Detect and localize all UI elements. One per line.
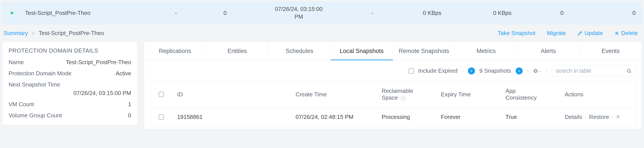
- pd-col6: 0 KBps: [397, 10, 467, 16]
- detail-mode-value: Active: [116, 70, 131, 77]
- col-reclaimable-l1: Reclaimable: [382, 87, 413, 94]
- detail-actions: Take Snapshot Migrate Update Delete: [498, 30, 638, 37]
- table-header: ID Create Time Reclaimable Space ? Expir…: [150, 81, 635, 107]
- include-expired-label: Include Expired: [418, 68, 458, 74]
- pd-date-cell: 07/26/24, 03:15:00 PM: [250, 5, 348, 21]
- breadcrumb-current: Test-Script_PostPre-Theo: [39, 30, 104, 37]
- x-icon: [614, 31, 619, 36]
- separator-dot: ·: [585, 114, 586, 120]
- col-app-l1: App: [506, 87, 516, 94]
- pd-col3: 0: [200, 10, 250, 16]
- svg-line-3: [630, 72, 631, 73]
- pd-col7: 0 KBps: [467, 10, 538, 16]
- detail-vg-value: 0: [128, 112, 131, 119]
- detail-vm-count: VM Count 1: [8, 101, 131, 108]
- pd-date-line1: 07/26/24, 03:15:00: [250, 5, 348, 13]
- table-settings-button[interactable]: ⌄: [533, 68, 542, 74]
- col-actions: Actions: [560, 85, 635, 104]
- col-app-consistency[interactable]: App Consistency: [501, 81, 560, 107]
- row-create-time: 07/26/24, 02:48:15 PM: [291, 107, 377, 127]
- pd-name-cell: Test-Script_PostPre-Theo: [25, 10, 152, 16]
- row-id: 19158861: [172, 107, 291, 127]
- chevron-down-icon: ⌄: [539, 69, 542, 73]
- col-app-l2: Consistency: [506, 94, 537, 101]
- pencil-icon: [578, 31, 582, 36]
- tab-local-snapshots[interactable]: Local Snapshots: [330, 42, 393, 60]
- row-reclaimable: Processing: [377, 107, 436, 127]
- detail-bar: Summary › Test-Script_PostPre-Theo Take …: [0, 24, 644, 42]
- col-id[interactable]: ID: [172, 85, 291, 104]
- pd-date-line2: PM: [250, 13, 348, 21]
- row-actions: Details · Restore ·: [560, 107, 635, 127]
- tab-schedules[interactable]: Schedules: [268, 42, 330, 60]
- detail-name-value: Test-Script_PostPre-Theo: [66, 59, 131, 66]
- col-reclaimable[interactable]: Reclaimable Space ?: [377, 81, 436, 107]
- detail-mode-label: Protection Domain Mode: [8, 70, 72, 77]
- take-snapshot-button[interactable]: Take Snapshot: [498, 30, 536, 37]
- select-all-checkbox[interactable]: [159, 92, 164, 97]
- protection-domain-details-panel: PROTECTION DOMAIN DETAILS Name Test-Scri…: [2, 42, 138, 125]
- row-checkbox[interactable]: [159, 115, 164, 120]
- detail-mode: Protection Domain Mode Active: [8, 70, 131, 77]
- pd-col8: 0: [538, 10, 587, 16]
- right-pane: Replications Entities Schedules Local Sn…: [144, 42, 642, 129]
- col-create-time[interactable]: Create Time: [291, 85, 377, 104]
- row-delete-button[interactable]: [616, 114, 620, 120]
- svg-point-2: [627, 69, 630, 72]
- tab-alerts[interactable]: Alerts: [518, 42, 580, 60]
- detail-vg-count: Volume Group Count 0: [8, 112, 131, 119]
- pd-col2: -: [152, 10, 201, 16]
- snapshot-count: 9 Snapshots: [479, 68, 511, 74]
- tab-remote-snapshots[interactable]: Remote Snapshots: [393, 42, 455, 60]
- tab-bar: Replications Entities Schedules Local Sn…: [144, 42, 642, 61]
- gear-icon: [533, 68, 538, 74]
- search-box[interactable]: [552, 65, 636, 76]
- detail-name: Name Test-Script_PostPre-Theo: [8, 59, 131, 66]
- search-icon: [626, 68, 632, 74]
- table-row: 19158861 07/26/24, 02:48:15 PM Processin…: [150, 107, 635, 127]
- tab-events[interactable]: Events: [580, 42, 642, 60]
- separator-dot: ·: [462, 68, 464, 74]
- breadcrumb: Summary › Test-Script_PostPre-Theo: [4, 30, 104, 37]
- separator-dot-3: ·: [546, 68, 548, 74]
- search-input[interactable]: [556, 68, 626, 74]
- breadcrumb-root[interactable]: Summary: [4, 30, 28, 37]
- row-details-button[interactable]: Details: [565, 114, 582, 120]
- col-expiry[interactable]: Expiry Time: [436, 85, 501, 104]
- col-reclaimable-l2: Space: [382, 94, 398, 101]
- separator-dot-2: ·: [527, 68, 528, 74]
- pd-col9: 0: [586, 10, 636, 16]
- delete-label: Delete: [621, 30, 638, 37]
- detail-next-value: 07/26/24, 03:15:00 PM: [74, 90, 131, 97]
- detail-vg-label: Volume Group Count: [8, 112, 62, 119]
- separator-dot: ·: [612, 114, 613, 120]
- tab-replications[interactable]: Replications: [144, 42, 206, 60]
- tab-entities[interactable]: Entities: [206, 42, 268, 60]
- delete-button[interactable]: Delete: [614, 30, 638, 37]
- next-page-button[interactable]: [516, 68, 523, 74]
- snapshots-table: ID Create Time Reclaimable Space ? Expir…: [150, 81, 636, 127]
- panel-title: PROTECTION DOMAIN DETAILS: [8, 47, 131, 54]
- status-dot-icon: [10, 12, 13, 14]
- row-restore-button[interactable]: Restore: [589, 114, 609, 120]
- snapshots-toolbar: Include Expired · 9 Snapshots · ⌄ ·: [144, 61, 642, 81]
- detail-name-label: Name: [8, 59, 24, 66]
- selected-pd-row[interactable]: Test-Script_PostPre-Theo - 0 07/26/24, 0…: [2, 1, 642, 24]
- row-expiry: Forever: [436, 107, 501, 127]
- chevron-right-icon: ›: [32, 30, 34, 37]
- update-label: Update: [584, 30, 603, 37]
- chevron-right-icon: [518, 69, 521, 73]
- tab-metrics[interactable]: Metrics: [455, 42, 518, 60]
- detail-vm-value: 1: [128, 101, 131, 108]
- pd-col5: -: [348, 10, 397, 16]
- prev-page-button[interactable]: [468, 68, 475, 74]
- chevron-left-icon: [470, 69, 473, 73]
- detail-next-snapshot: Next Snapshot Time 07/26/24, 03:15:00 PM: [8, 81, 131, 97]
- row-app: True: [501, 107, 560, 127]
- update-button[interactable]: Update: [578, 30, 603, 37]
- detail-vm-label: VM Count: [8, 101, 34, 108]
- x-icon: [616, 115, 620, 119]
- migrate-button[interactable]: Migrate: [547, 30, 566, 37]
- help-icon[interactable]: ?: [401, 96, 406, 101]
- include-expired-checkbox[interactable]: [408, 68, 414, 74]
